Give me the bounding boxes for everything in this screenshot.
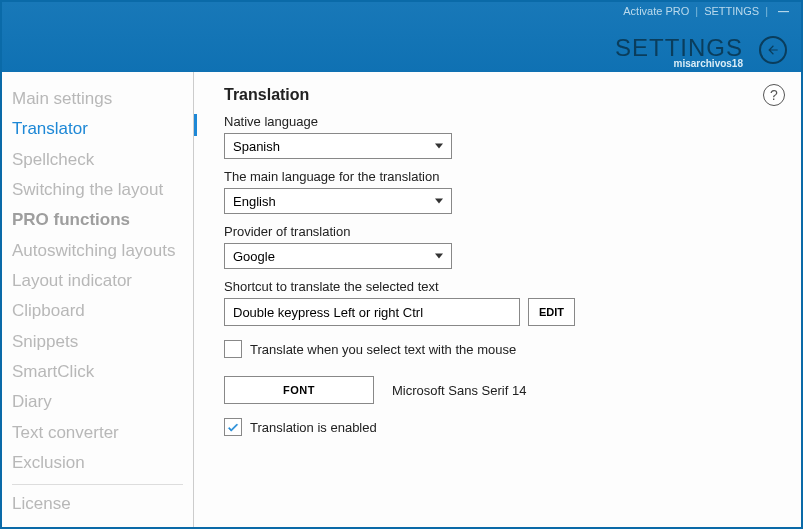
sidebar-item-snippets[interactable]: Snippets xyxy=(2,327,193,357)
sidebar-item-translator[interactable]: Translator xyxy=(2,114,193,144)
sidebar-item-about[interactable]: About xyxy=(2,520,193,529)
settings-link[interactable]: SETTINGS xyxy=(704,5,759,17)
native-language-value: Spanish xyxy=(233,139,280,154)
body: Main settings Translator Spellcheck Swit… xyxy=(2,72,801,527)
main-language-value: English xyxy=(233,194,276,209)
chevron-down-icon xyxy=(435,199,443,204)
sidebar-item-pro-functions[interactable]: PRO functions xyxy=(2,205,193,235)
sidebar-item-clipboard[interactable]: Clipboard xyxy=(2,296,193,326)
shortcut-label: Shortcut to translate the selected text xyxy=(224,279,781,294)
edit-button[interactable]: EDIT xyxy=(528,298,575,326)
shortcut-input[interactable] xyxy=(224,298,520,326)
chevron-down-icon xyxy=(435,254,443,259)
arrow-left-icon xyxy=(766,43,780,57)
sidebar-item-text-converter[interactable]: Text converter xyxy=(2,418,193,448)
content-heading: Translation xyxy=(224,86,781,104)
provider-value: Google xyxy=(233,249,275,264)
sidebar-item-autoswitching[interactable]: Autoswitching layouts xyxy=(2,236,193,266)
translate-mouse-checkbox[interactable] xyxy=(224,340,242,358)
activate-pro-link[interactable]: Activate PRO xyxy=(623,5,689,17)
sidebar-item-main-settings[interactable]: Main settings xyxy=(2,84,193,114)
header-top-bar: Activate PRO | SETTINGS | — xyxy=(623,5,793,17)
native-language-select[interactable]: Spanish xyxy=(224,133,452,159)
sidebar-item-layout-indicator[interactable]: Layout indicator xyxy=(2,266,193,296)
native-language-label: Native language xyxy=(224,114,781,129)
enabled-checkbox[interactable] xyxy=(224,418,242,436)
header: Activate PRO | SETTINGS | — SETTINGS mis… xyxy=(2,2,801,72)
sidebar: Main settings Translator Spellcheck Swit… xyxy=(2,72,194,527)
provider-select[interactable]: Google xyxy=(224,243,452,269)
chevron-down-icon xyxy=(435,144,443,149)
sidebar-item-spellcheck[interactable]: Spellcheck xyxy=(2,145,193,175)
provider-label: Provider of translation xyxy=(224,224,781,239)
back-button[interactable] xyxy=(759,36,787,64)
font-button[interactable]: FONT xyxy=(224,376,374,404)
separator: | xyxy=(695,5,698,17)
check-icon xyxy=(226,420,240,434)
sidebar-item-diary[interactable]: Diary xyxy=(2,387,193,417)
sidebar-item-smartclick[interactable]: SmartClick xyxy=(2,357,193,387)
separator: | xyxy=(765,5,768,17)
main-language-select[interactable]: English xyxy=(224,188,452,214)
font-value-label: Microsoft Sans Serif 14 xyxy=(392,383,526,398)
sidebar-item-switching-layout[interactable]: Switching the layout xyxy=(2,175,193,205)
sidebar-item-exclusion[interactable]: Exclusion xyxy=(2,448,193,478)
content-panel: ? Translation Native language Spanish Th… xyxy=(194,72,801,527)
translate-mouse-label: Translate when you select text with the … xyxy=(250,342,516,357)
username-label: misarchivos18 xyxy=(674,58,744,69)
sidebar-separator xyxy=(12,484,183,485)
enabled-label: Translation is enabled xyxy=(250,420,377,435)
minimize-icon[interactable]: — xyxy=(774,5,793,17)
help-button[interactable]: ? xyxy=(763,84,785,106)
sidebar-item-license[interactable]: License xyxy=(2,489,193,519)
main-language-label: The main language for the translation xyxy=(224,169,781,184)
